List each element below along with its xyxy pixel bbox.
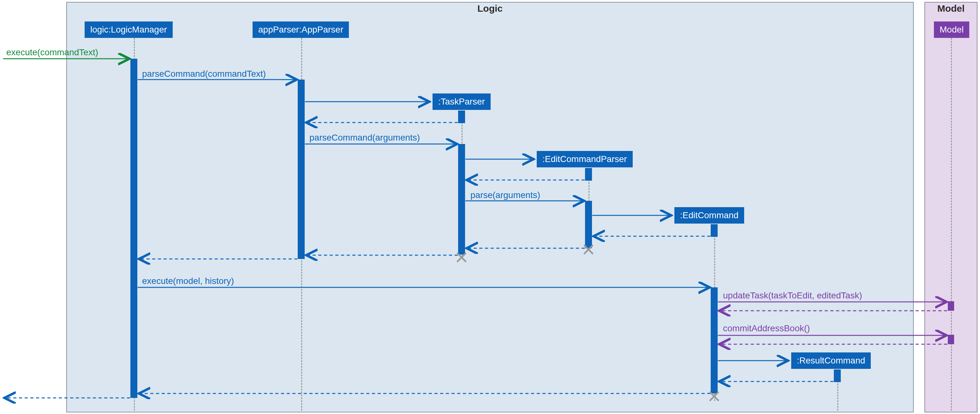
- activation-model-1: [948, 301, 954, 311]
- activation-editcommandparser-2: [585, 201, 592, 248]
- msg-parse-args: parse(arguments): [471, 190, 540, 200]
- participant-taskparser: :TaskParser: [433, 94, 491, 110]
- activation-taskparser-1: [458, 110, 465, 123]
- msg-updatetask: updateTask(taskToEdit, editedTask): [723, 291, 862, 301]
- participant-appparser: appParser:AppParser: [253, 21, 349, 38]
- activation-appparser: [298, 80, 305, 259]
- activation-logicmanager: [130, 59, 137, 398]
- destroy-editcommand-icon: [708, 390, 721, 403]
- activation-editcommand-2: [711, 287, 718, 393]
- msg-parsecommand-args: parseCommand(arguments): [309, 133, 420, 143]
- msg-execute-commandtext: execute(commandText): [6, 47, 98, 57]
- model-region-title: Model: [934, 2, 968, 15]
- activation-editcommandparser-1: [585, 168, 592, 181]
- logic-region: Logic: [66, 2, 914, 412]
- participant-model: Model: [934, 21, 969, 38]
- msg-execute-modelhistory: execute(model, history): [142, 276, 234, 286]
- msg-commitaddressbook: commitAddressBook(): [723, 323, 810, 333]
- participant-logicmanager: logic:LogicManager: [84, 21, 173, 38]
- participant-editcommandparser: :EditCommandParser: [537, 151, 633, 167]
- participant-resultcommand: :ResultCommand: [791, 352, 871, 369]
- activation-editcommand-1: [711, 224, 718, 237]
- msg-parsecommand-text: parseCommand(commandText): [142, 69, 266, 79]
- activation-taskparser-2: [458, 144, 465, 255]
- activation-resultcommand: [834, 369, 841, 382]
- destroy-editcommandparser-icon: [582, 243, 595, 256]
- activation-model-2: [948, 335, 954, 344]
- lifeline-model: [951, 38, 952, 411]
- logic-region-title: Logic: [474, 2, 506, 15]
- destroy-taskparser-icon: [455, 251, 468, 264]
- participant-editcommand: :EditCommand: [675, 207, 744, 224]
